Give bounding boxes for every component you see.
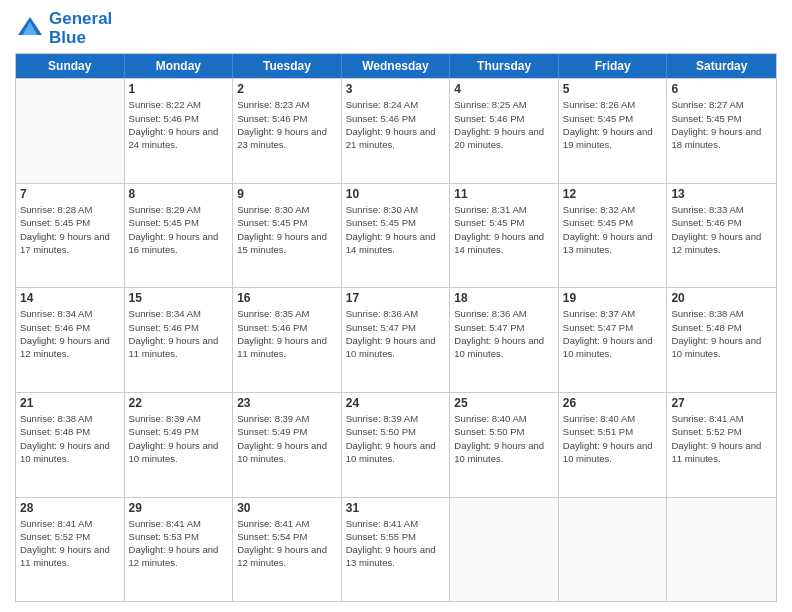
day-info: Sunrise: 8:35 AM Sunset: 5:46 PM Dayligh… <box>237 307 337 360</box>
header-day-saturday: Saturday <box>667 54 776 78</box>
day-number: 8 <box>129 187 229 201</box>
day-info: Sunrise: 8:30 AM Sunset: 5:45 PM Dayligh… <box>237 203 337 256</box>
day-number: 25 <box>454 396 554 410</box>
day-number: 10 <box>346 187 446 201</box>
calendar-cell: 9Sunrise: 8:30 AM Sunset: 5:45 PM Daylig… <box>233 184 342 288</box>
day-info: Sunrise: 8:38 AM Sunset: 5:48 PM Dayligh… <box>671 307 772 360</box>
day-number: 26 <box>563 396 663 410</box>
day-info: Sunrise: 8:27 AM Sunset: 5:45 PM Dayligh… <box>671 98 772 151</box>
day-number: 15 <box>129 291 229 305</box>
calendar-row-4: 21Sunrise: 8:38 AM Sunset: 5:48 PM Dayli… <box>16 392 776 497</box>
calendar-cell: 27Sunrise: 8:41 AM Sunset: 5:52 PM Dayli… <box>667 393 776 497</box>
day-number: 18 <box>454 291 554 305</box>
day-info: Sunrise: 8:28 AM Sunset: 5:45 PM Dayligh… <box>20 203 120 256</box>
day-number: 30 <box>237 501 337 515</box>
calendar-row-1: 1Sunrise: 8:22 AM Sunset: 5:46 PM Daylig… <box>16 78 776 183</box>
day-number: 11 <box>454 187 554 201</box>
calendar-cell: 3Sunrise: 8:24 AM Sunset: 5:46 PM Daylig… <box>342 79 451 183</box>
day-info: Sunrise: 8:34 AM Sunset: 5:46 PM Dayligh… <box>129 307 229 360</box>
day-number: 7 <box>20 187 120 201</box>
day-number: 31 <box>346 501 446 515</box>
header-day-wednesday: Wednesday <box>342 54 451 78</box>
calendar-cell: 19Sunrise: 8:37 AM Sunset: 5:47 PM Dayli… <box>559 288 668 392</box>
day-info: Sunrise: 8:36 AM Sunset: 5:47 PM Dayligh… <box>346 307 446 360</box>
day-number: 13 <box>671 187 772 201</box>
day-info: Sunrise: 8:37 AM Sunset: 5:47 PM Dayligh… <box>563 307 663 360</box>
calendar-cell: 24Sunrise: 8:39 AM Sunset: 5:50 PM Dayli… <box>342 393 451 497</box>
calendar-cell: 20Sunrise: 8:38 AM Sunset: 5:48 PM Dayli… <box>667 288 776 392</box>
day-info: Sunrise: 8:39 AM Sunset: 5:49 PM Dayligh… <box>129 412 229 465</box>
calendar-cell: 1Sunrise: 8:22 AM Sunset: 5:46 PM Daylig… <box>125 79 234 183</box>
day-number: 6 <box>671 82 772 96</box>
day-info: Sunrise: 8:41 AM Sunset: 5:52 PM Dayligh… <box>20 517 120 570</box>
calendar-cell: 16Sunrise: 8:35 AM Sunset: 5:46 PM Dayli… <box>233 288 342 392</box>
calendar-cell: 12Sunrise: 8:32 AM Sunset: 5:45 PM Dayli… <box>559 184 668 288</box>
calendar-cell: 23Sunrise: 8:39 AM Sunset: 5:49 PM Dayli… <box>233 393 342 497</box>
logo-text: General Blue <box>49 10 112 47</box>
day-number: 27 <box>671 396 772 410</box>
header-day-monday: Monday <box>125 54 234 78</box>
logo: General Blue <box>15 10 112 47</box>
day-number: 3 <box>346 82 446 96</box>
calendar-cell: 6Sunrise: 8:27 AM Sunset: 5:45 PM Daylig… <box>667 79 776 183</box>
header-day-thursday: Thursday <box>450 54 559 78</box>
calendar-cell: 18Sunrise: 8:36 AM Sunset: 5:47 PM Dayli… <box>450 288 559 392</box>
day-info: Sunrise: 8:41 AM Sunset: 5:52 PM Dayligh… <box>671 412 772 465</box>
header-day-friday: Friday <box>559 54 668 78</box>
calendar-cell: 29Sunrise: 8:41 AM Sunset: 5:53 PM Dayli… <box>125 498 234 602</box>
header: General Blue <box>15 10 777 47</box>
day-info: Sunrise: 8:24 AM Sunset: 5:46 PM Dayligh… <box>346 98 446 151</box>
day-info: Sunrise: 8:40 AM Sunset: 5:50 PM Dayligh… <box>454 412 554 465</box>
day-number: 4 <box>454 82 554 96</box>
day-number: 28 <box>20 501 120 515</box>
calendar-cell <box>667 498 776 602</box>
day-info: Sunrise: 8:38 AM Sunset: 5:48 PM Dayligh… <box>20 412 120 465</box>
day-info: Sunrise: 8:34 AM Sunset: 5:46 PM Dayligh… <box>20 307 120 360</box>
calendar-cell <box>450 498 559 602</box>
calendar-body: 1Sunrise: 8:22 AM Sunset: 5:46 PM Daylig… <box>16 78 776 601</box>
header-day-sunday: Sunday <box>16 54 125 78</box>
day-number: 12 <box>563 187 663 201</box>
calendar-row-3: 14Sunrise: 8:34 AM Sunset: 5:46 PM Dayli… <box>16 287 776 392</box>
calendar-cell: 30Sunrise: 8:41 AM Sunset: 5:54 PM Dayli… <box>233 498 342 602</box>
day-info: Sunrise: 8:31 AM Sunset: 5:45 PM Dayligh… <box>454 203 554 256</box>
day-info: Sunrise: 8:41 AM Sunset: 5:54 PM Dayligh… <box>237 517 337 570</box>
calendar-cell: 14Sunrise: 8:34 AM Sunset: 5:46 PM Dayli… <box>16 288 125 392</box>
calendar-cell: 28Sunrise: 8:41 AM Sunset: 5:52 PM Dayli… <box>16 498 125 602</box>
day-number: 19 <box>563 291 663 305</box>
calendar-row-2: 7Sunrise: 8:28 AM Sunset: 5:45 PM Daylig… <box>16 183 776 288</box>
calendar-cell: 8Sunrise: 8:29 AM Sunset: 5:45 PM Daylig… <box>125 184 234 288</box>
day-number: 9 <box>237 187 337 201</box>
day-number: 20 <box>671 291 772 305</box>
day-number: 1 <box>129 82 229 96</box>
calendar-cell <box>16 79 125 183</box>
day-number: 17 <box>346 291 446 305</box>
logo-icon <box>15 14 45 44</box>
page: General Blue SundayMondayTuesdayWednesda… <box>0 0 792 612</box>
day-info: Sunrise: 8:32 AM Sunset: 5:45 PM Dayligh… <box>563 203 663 256</box>
day-number: 21 <box>20 396 120 410</box>
day-info: Sunrise: 8:22 AM Sunset: 5:46 PM Dayligh… <box>129 98 229 151</box>
day-info: Sunrise: 8:40 AM Sunset: 5:51 PM Dayligh… <box>563 412 663 465</box>
day-info: Sunrise: 8:36 AM Sunset: 5:47 PM Dayligh… <box>454 307 554 360</box>
day-number: 5 <box>563 82 663 96</box>
calendar-cell <box>559 498 668 602</box>
day-number: 24 <box>346 396 446 410</box>
calendar-cell: 15Sunrise: 8:34 AM Sunset: 5:46 PM Dayli… <box>125 288 234 392</box>
day-info: Sunrise: 8:41 AM Sunset: 5:53 PM Dayligh… <box>129 517 229 570</box>
day-number: 16 <box>237 291 337 305</box>
calendar-cell: 4Sunrise: 8:25 AM Sunset: 5:46 PM Daylig… <box>450 79 559 183</box>
day-number: 23 <box>237 396 337 410</box>
day-info: Sunrise: 8:39 AM Sunset: 5:49 PM Dayligh… <box>237 412 337 465</box>
day-info: Sunrise: 8:30 AM Sunset: 5:45 PM Dayligh… <box>346 203 446 256</box>
calendar-cell: 25Sunrise: 8:40 AM Sunset: 5:50 PM Dayli… <box>450 393 559 497</box>
calendar-cell: 22Sunrise: 8:39 AM Sunset: 5:49 PM Dayli… <box>125 393 234 497</box>
calendar-cell: 21Sunrise: 8:38 AM Sunset: 5:48 PM Dayli… <box>16 393 125 497</box>
day-info: Sunrise: 8:29 AM Sunset: 5:45 PM Dayligh… <box>129 203 229 256</box>
day-info: Sunrise: 8:23 AM Sunset: 5:46 PM Dayligh… <box>237 98 337 151</box>
header-day-tuesday: Tuesday <box>233 54 342 78</box>
calendar-cell: 7Sunrise: 8:28 AM Sunset: 5:45 PM Daylig… <box>16 184 125 288</box>
calendar-cell: 2Sunrise: 8:23 AM Sunset: 5:46 PM Daylig… <box>233 79 342 183</box>
calendar-cell: 31Sunrise: 8:41 AM Sunset: 5:55 PM Dayli… <box>342 498 451 602</box>
calendar-header: SundayMondayTuesdayWednesdayThursdayFrid… <box>16 54 776 78</box>
